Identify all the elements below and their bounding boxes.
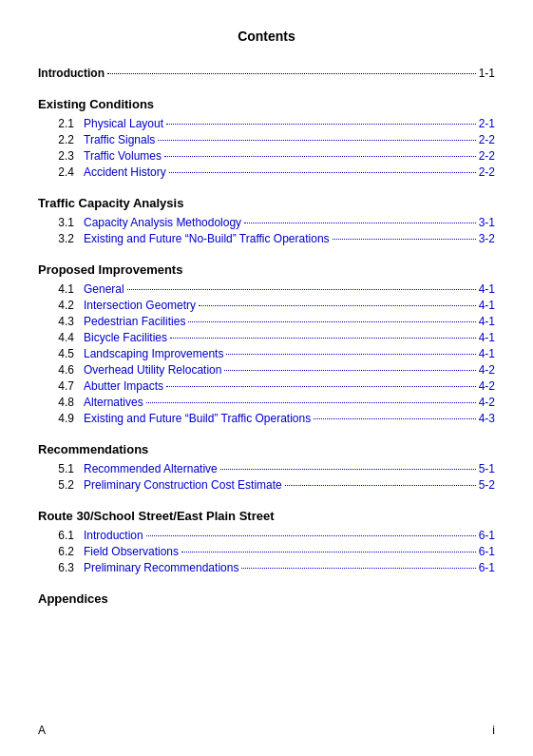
entry-dots xyxy=(241,568,475,569)
entry-title: Pedestrian Facilities xyxy=(84,315,185,328)
entry-number: 5.2 xyxy=(38,478,84,492)
section-heading: Proposed Improvements xyxy=(38,262,495,277)
entry-dots xyxy=(333,239,476,240)
footer-right: i xyxy=(492,724,495,737)
entry-number: 3.1 xyxy=(38,216,84,229)
entry-page: 2-2 xyxy=(479,165,495,179)
entry-title: Field Observations xyxy=(84,545,179,558)
toc-section: Route 30/School Street/East Plain Street… xyxy=(38,509,495,574)
entry-number: 4.7 xyxy=(38,379,84,393)
toc-section: Introduction1-1 xyxy=(38,67,495,80)
entry-number: 2.4 xyxy=(38,165,84,179)
toc-entry: 4.8Alternatives4-2 xyxy=(38,396,495,409)
entry-number: 3.2 xyxy=(38,232,84,245)
toc-entry: 4.9Existing and Future “Build” Traffic O… xyxy=(38,412,495,425)
entry-title: Overhead Utility Relocation xyxy=(84,363,221,377)
entry-number: 4.4 xyxy=(38,331,84,344)
entry-page: 2-2 xyxy=(479,133,495,146)
toc-section: Proposed Improvements4.1General4-14.2Int… xyxy=(38,262,495,425)
entry-dots xyxy=(199,305,476,306)
entry-dots xyxy=(285,485,476,486)
entry-page: 4-1 xyxy=(479,282,495,296)
entry-title: Abutter Impacts xyxy=(84,379,163,393)
toc-entry: 3.1Capacity Analysis Methodology3-1 xyxy=(38,216,495,229)
entry-title: Traffic Signals xyxy=(84,133,155,146)
entry-title: Introduction xyxy=(84,529,143,542)
entry-number: 6.1 xyxy=(38,529,84,542)
toc-entry: 2.2Traffic Signals2-2 xyxy=(38,133,495,146)
entry-dots xyxy=(314,418,475,419)
section-heading: Traffic Capacity Analysis xyxy=(38,196,495,210)
entry-number: 4.6 xyxy=(38,363,84,377)
entry-dots xyxy=(127,289,476,290)
entry-dots xyxy=(166,124,476,125)
entry-page: 5-2 xyxy=(479,478,495,492)
entry-dots xyxy=(166,386,476,387)
toc-entry: 5.1Recommended Alternative5-1 xyxy=(38,462,495,475)
entry-page: 5-1 xyxy=(479,462,495,475)
entry-page: 4-1 xyxy=(479,315,495,328)
toc-entry: 2.1Physical Layout2-1 xyxy=(38,117,495,130)
entry-title: Existing and Future “Build” Traffic Oper… xyxy=(84,412,311,425)
entry-number: 4.9 xyxy=(38,412,84,425)
entry-title: General xyxy=(84,282,124,296)
toc-entry: 4.5Landscaping Improvements4-1 xyxy=(38,347,495,360)
section-heading: Route 30/School Street/East Plain Street xyxy=(38,509,495,523)
entry-page: 4-2 xyxy=(479,363,495,377)
entry-dots xyxy=(188,321,475,322)
entry-page: 2-2 xyxy=(479,149,495,163)
entry-dots xyxy=(158,140,475,141)
entry-dots xyxy=(107,73,476,74)
toc-entry: 6.2Field Observations6-1 xyxy=(38,545,495,558)
entry-page: 6-1 xyxy=(479,561,495,574)
toc-section: Recommendations5.1Recommended Alternativ… xyxy=(38,442,495,492)
entry-page: 6-1 xyxy=(479,529,495,542)
entry-page: 4-1 xyxy=(479,331,495,344)
page: Contents Introduction1-1Existing Conditi… xyxy=(0,0,533,756)
entry-title: Capacity Analysis Methodology xyxy=(84,216,241,229)
entry-number: 5.1 xyxy=(38,462,84,475)
entry-title: Accident History xyxy=(84,165,166,179)
toc-entry: 4.3Pedestrian Facilities4-1 xyxy=(38,315,495,328)
toc-entry: 6.1Introduction6-1 xyxy=(38,529,495,542)
entry-title: Traffic Volumes xyxy=(84,149,162,163)
entry-dots xyxy=(220,469,476,470)
entry-page: 3-2 xyxy=(479,232,495,245)
entry-title: Recommended Alternative xyxy=(84,462,218,475)
entry-title: Introduction xyxy=(38,67,105,80)
toc-entry: 4.6Overhead Utility Relocation4-2 xyxy=(38,363,495,377)
entry-dots xyxy=(224,370,475,371)
section-heading: Existing Conditions xyxy=(38,97,495,111)
entry-page: 4-1 xyxy=(479,299,495,312)
toc-entry: 6.3Preliminary Recommendations6-1 xyxy=(38,561,495,574)
entry-number: 6.3 xyxy=(38,561,84,574)
toc-section: Traffic Capacity Analysis3.1Capacity Ana… xyxy=(38,196,495,245)
entry-number: 6.2 xyxy=(38,545,84,558)
entry-number: 4.8 xyxy=(38,396,84,409)
entry-page: 4-3 xyxy=(479,412,495,425)
entry-page: 3-1 xyxy=(479,216,495,229)
toc-entry: Introduction1-1 xyxy=(38,67,495,80)
entry-title: Alternatives xyxy=(84,396,143,409)
entry-dots xyxy=(170,338,476,339)
entry-number: 2.3 xyxy=(38,149,84,163)
entry-number: 4.1 xyxy=(38,282,84,296)
entry-title: Preliminary Recommendations xyxy=(84,561,238,574)
entry-page: 6-1 xyxy=(479,545,495,558)
entry-dots xyxy=(169,172,476,173)
entry-dots xyxy=(244,223,476,223)
entry-page: 4-2 xyxy=(479,396,495,409)
entry-title: Preliminary Construction Cost Estimate xyxy=(84,478,282,492)
toc-entry: 2.4Accident History2-2 xyxy=(38,165,495,179)
entry-dots xyxy=(226,354,475,355)
entry-dots xyxy=(146,402,476,403)
entry-page: 2-1 xyxy=(479,117,495,130)
toc-entry: 2.3Traffic Volumes2-2 xyxy=(38,149,495,163)
entry-number: 4.5 xyxy=(38,347,84,360)
toc-section: Existing Conditions2.1Physical Layout2-1… xyxy=(38,97,495,179)
toc-entry: 4.7Abutter Impacts4-2 xyxy=(38,379,495,393)
entry-dots xyxy=(146,535,476,536)
toc-entry: 4.2Intersection Geometry4-1 xyxy=(38,299,495,312)
page-title: Contents xyxy=(38,29,495,44)
entry-title: Physical Layout xyxy=(84,117,163,130)
